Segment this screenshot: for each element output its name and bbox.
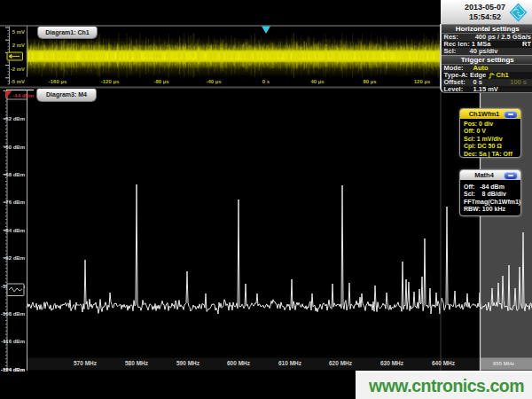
svg-text:-160 µs: -160 µs <box>49 79 67 84</box>
svg-text:-80 µs: -80 µs <box>153 79 169 84</box>
svg-text:620 MHz: 620 MHz <box>329 360 353 366</box>
svg-text:-60 dBm: -60 dBm <box>4 145 25 150</box>
svg-text:-76 dBm: -76 dBm <box>4 200 25 205</box>
svg-text:2 mV: 2 mV <box>12 43 25 48</box>
svg-text:-92 dBm: -92 dBm <box>4 255 25 261</box>
svg-text:630 MHz: 630 MHz <box>380 360 404 366</box>
svg-text:-40 µs: -40 µs <box>206 79 222 84</box>
svg-text:-108 dBm: -108 dBm <box>1 311 25 317</box>
svg-text:600 MHz: 600 MHz <box>227 360 251 366</box>
svg-text:610 MHz: 610 MHz <box>278 360 302 366</box>
svg-text:-2 mV: -2 mV <box>11 66 25 72</box>
svg-text:-68 dBm: -68 dBm <box>4 172 25 177</box>
svg-text:5 mV: 5 mV <box>12 29 25 35</box>
svg-text:-84 dBm: -84 dBm <box>4 228 25 233</box>
svg-text:-124 dBm: -124 dBm <box>1 367 25 372</box>
svg-text:80 µs: 80 µs <box>363 79 377 84</box>
svg-text:-52 dBm: -52 dBm <box>4 116 25 121</box>
svg-text:120 µs: 120 µs <box>414 79 431 84</box>
svg-text:640 MHz: 640 MHz <box>432 360 456 366</box>
svg-text:-44 dBm: -44 dBm <box>12 93 34 98</box>
svg-text:590 MHz: 590 MHz <box>176 360 200 366</box>
svg-text:570 MHz: 570 MHz <box>74 360 98 366</box>
svg-text:580 MHz: 580 MHz <box>125 360 149 366</box>
svg-text:40 µs: 40 µs <box>310 79 325 84</box>
svg-text:655 MHz: 655 MHz <box>493 361 514 366</box>
svg-text:-116 dBm: -116 dBm <box>1 339 25 344</box>
svg-text:-5 mV: -5 mV <box>11 79 25 84</box>
svg-text:-120 µs: -120 µs <box>101 79 120 84</box>
svg-text:0 s: 0 s <box>262 79 270 84</box>
